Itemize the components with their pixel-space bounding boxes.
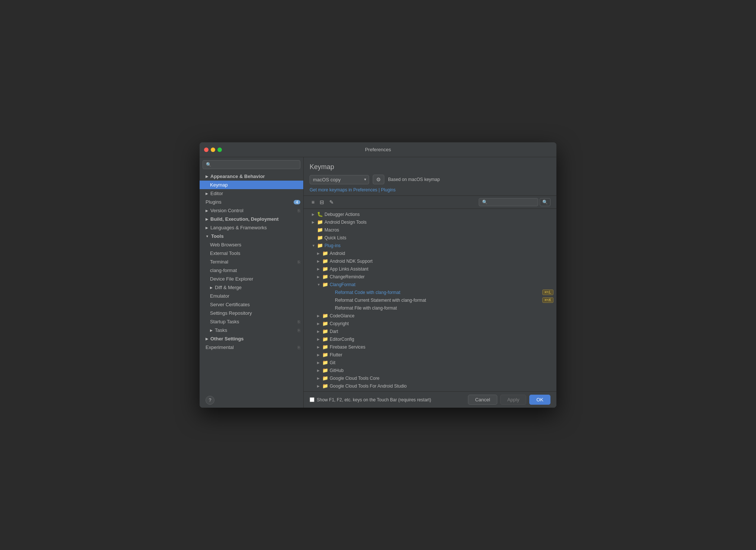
folder-icon: 📁 [322,375,328,381]
folder-icon: 📁 [322,336,328,342]
plugins-link[interactable]: Plugins [381,187,395,192]
keymap-gear-button[interactable]: ⚙ [373,175,384,184]
close-button[interactable] [204,148,209,152]
sidebar-item-clang-format[interactable]: clang-format [200,266,303,275]
preferences-dialog: Preferences ▶ Appearance & Behavior Keym… [200,142,556,408]
tree-item-google-cloud-android[interactable]: ▶ 📁 Google Cloud Tools For Android Studi… [304,382,556,390]
tree-item-flutter[interactable]: ▶ 📁 Flutter [304,351,556,359]
minimize-button[interactable] [211,148,215,152]
expand-arrow: ▶ [317,361,322,365]
dialog-title: Preferences [365,147,391,152]
folder-icon: 📁 [322,352,328,358]
expand-arrow-diff: ▶ [210,286,213,289]
folder-icon: 📁 [322,313,328,318]
shortcut-badge: ⌘⌥K [542,297,553,303]
filter-shortcuts-button[interactable]: ≡ [310,198,316,206]
tree-item-firebase[interactable]: ▶ 📁 Firebase Services [304,343,556,351]
folder-icon: 🐛 [317,211,323,217]
sidebar-item-emulator[interactable]: Emulator [200,292,303,300]
tree-item-reformat-file[interactable]: 📄 Reformat File with clang-format [304,304,556,312]
tree-item-codeglance[interactable]: ▶ 📁 CodeGlance [304,312,556,320]
keymap-search-input[interactable] [479,198,538,206]
tree-item-editorconfig[interactable]: ▶ 📁 EditorConfig [304,335,556,343]
keymap-tree: ▶ 🐛 Debugger Actions ▶ 📁 Android Design … [304,209,556,391]
touch-bar-checkbox[interactable] [310,397,314,402]
expand-arrow: ▶ [317,259,322,263]
expand-arrow-other: ▶ [206,337,208,341]
folder-icon: 📁 [322,282,328,287]
folder-icon: 📁 [317,243,323,248]
filter-all-button[interactable]: ⊟ [318,198,326,206]
folder-icon: 📁 [322,360,328,365]
expand-arrow: ▶ [317,376,322,380]
touch-bar-label: Show F1, F2, etc. keys on the Touch Bar … [317,397,431,402]
help-button[interactable]: ? [206,396,214,405]
sidebar-item-experimental[interactable]: Experimental ⎘ [200,343,303,352]
apply-button[interactable]: Apply [500,395,527,405]
tree-item-dart[interactable]: ▶ 📁 Dart [304,327,556,335]
tree-item-change-reminder[interactable]: ▶ 📁 ChangeReminder [304,273,556,281]
tree-item-quick-lists[interactable]: 📁 Quick Lists [304,234,556,242]
toolbar-row: ≡ ⊟ ✎ 🔍 [304,196,556,209]
sidebar-item-keymap[interactable]: Keymap [200,181,303,189]
folder-icon: 📁 [317,219,323,225]
cancel-button[interactable]: Cancel [468,395,497,405]
expand-arrow: ▶ [317,275,322,279]
tree-item-android-design-tools[interactable]: ▶ 📁 Android Design Tools [304,218,556,226]
sidebar-item-tasks[interactable]: ▶ Tasks ⎘ [200,326,303,334]
expand-arrow: ▶ [317,345,322,349]
get-more-keymaps-link[interactable]: Get more keymaps in Preferences | Plugin… [310,187,395,192]
tree-item-reformat-statement[interactable]: 📄 Reformat Current Statement with clang-… [304,296,556,304]
sidebar-item-diff-merge[interactable]: ▶ Diff & Merge [200,283,303,292]
sidebar-item-device-file[interactable]: Device File Explorer [200,275,303,283]
edit-shortcut-button[interactable]: ✎ [327,198,336,206]
tree-item-google-cloud[interactable]: ▶ 📁 Google Cloud Tools Core [304,374,556,382]
dialog-body: ▶ Appearance & Behavior Keymap ▶ Editor … [200,157,556,408]
tree-item-reformat-code[interactable]: 📄 Reformat Code with clang-format ⌘⌥L [304,288,556,296]
expand-arrow: ▶ [312,220,317,224]
tree-item-copyright[interactable]: ▶ 📁 Copyright [304,320,556,327]
tree-item-app-links[interactable]: ▶ 📁 App Links Assistant [304,265,556,273]
copy-icon-startup: ⎘ [298,320,300,324]
find-by-shortcut-button[interactable]: 🔍 [540,198,550,206]
folder-icon: 📁 [322,250,328,256]
sidebar-item-settings-repo[interactable]: Settings Repository [200,309,303,317]
expand-arrow-editor: ▶ [206,192,208,195]
sidebar-item-terminal[interactable]: Terminal ⎘ [200,258,303,266]
shortcut-badge: ⌘⌥L [542,289,553,295]
ok-button[interactable]: OK [529,395,550,405]
folder-icon: 📁 [322,274,328,279]
bottom-bar: Show F1, F2, etc. keys on the Touch Bar … [304,391,556,408]
tree-item-android-ndk[interactable]: ▶ 📁 Android NDK Support [304,257,556,265]
tree-item-clangformat[interactable]: ▼ 📁 ClangFormat [304,281,556,288]
keymap-select-wrapper: macOS copy [310,175,369,184]
folder-icon: 📁 [322,344,328,350]
tree-item-plug-ins[interactable]: ▼ 📁 Plug-ins [304,242,556,249]
keymap-select[interactable]: macOS copy [310,175,369,184]
sidebar-item-web-browsers[interactable]: Web Browsers [200,240,303,249]
sidebar-item-appearance[interactable]: ▶ Appearance & Behavior [200,172,303,181]
tree-item-macros[interactable]: 📁 Macros [304,226,556,234]
folder-icon: 📁 [317,227,323,233]
sidebar-item-tools[interactable]: ▼ Tools [200,232,303,240]
sidebar-item-other-settings[interactable]: ▶ Other Settings [200,334,303,343]
tree-item-github[interactable]: ▶ 📁 GitHub [304,366,556,374]
tree-item-debugger-actions[interactable]: ▶ 🐛 Debugger Actions [304,210,556,218]
keymap-link-row: Get more keymaps in Preferences | Plugin… [310,187,550,192]
maximize-button[interactable] [217,148,222,152]
sidebar-item-startup-tasks[interactable]: Startup Tasks ⎘ [200,317,303,326]
sidebar-item-plugins[interactable]: Plugins 4 [200,198,303,206]
sidebar-item-external-tools[interactable]: External Tools [200,249,303,258]
expand-arrow: ▼ [312,244,317,248]
sidebar-item-server-certs[interactable]: Server Certificates [200,300,303,309]
sidebar-item-version-control[interactable]: ▶ Version Control ⎘ [200,206,303,215]
tree-item-git[interactable]: ▶ 📁 Git [304,359,556,366]
tree-item-android[interactable]: ▶ 📁 Android [304,249,556,257]
bottom-buttons: Cancel Apply OK [468,395,550,405]
sidebar-item-editor[interactable]: ▶ Editor [200,189,303,198]
keymap-header: Keymap macOS copy ⚙ Based on macOS keyma… [304,157,556,196]
sidebar-item-build[interactable]: ▶ Build, Execution, Deployment [200,215,303,223]
sidebar-item-languages[interactable]: ▶ Languages & Frameworks [200,223,303,232]
preferences-link[interactable]: Preferences [353,187,377,192]
sidebar-search-input[interactable] [203,160,300,169]
